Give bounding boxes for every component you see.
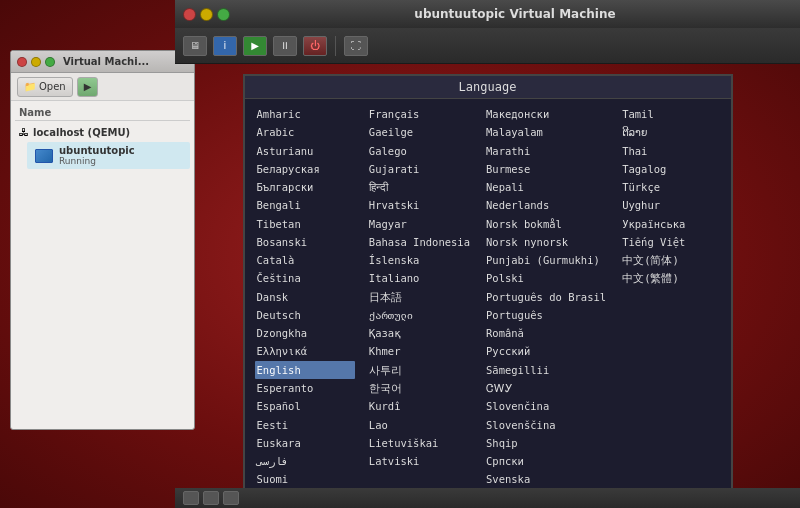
lang-satsuri[interactable]: 사투리 [367, 361, 472, 379]
lang-bahasa[interactable]: Bahasa Indonesia [367, 233, 472, 251]
vm-display[interactable]: Language Amharic Arabic Asturianu Белару… [243, 74, 733, 508]
network-icon[interactable] [223, 491, 239, 505]
lang-tagalog[interactable]: Tagalog [620, 160, 720, 178]
lang-tamil[interactable]: Tamil [620, 105, 720, 123]
lang-kazakh[interactable]: Қазақ [367, 324, 472, 342]
fullscreen-icon[interactable]: ⛶ [344, 36, 368, 56]
lang-euskara[interactable]: Euskara [255, 434, 355, 452]
lang-gaeilge[interactable]: Gaeilge [367, 123, 472, 141]
lang-dutch[interactable]: Nederlands [484, 196, 608, 214]
lang-bulgarian[interactable]: Български [255, 178, 355, 196]
lang-eesti[interactable]: Eesti [255, 416, 355, 434]
lang-marathi[interactable]: Marathi [484, 142, 608, 160]
lang-greek[interactable]: Ελληνικά [255, 342, 355, 360]
lang-samegillii[interactable]: Sãmegillii [484, 361, 608, 379]
lang-slovenian[interactable]: Slovenščina [484, 416, 608, 434]
lang-bokmal[interactable]: Norsk bokmål [484, 215, 608, 233]
disk-icon[interactable] [203, 491, 219, 505]
lang-punjabi[interactable]: Punjabi (Gurmukhi) [484, 251, 608, 269]
lang-asturianu[interactable]: Asturianu [255, 142, 355, 160]
lang-albanian[interactable]: Shqip [484, 434, 608, 452]
lang-belarusian[interactable]: Беларуская [255, 160, 355, 178]
lang-turkish[interactable]: Türkçe [620, 178, 720, 196]
pause-icon[interactable]: ⏸ [273, 36, 297, 56]
lang-italiano[interactable]: Italiano [367, 269, 472, 287]
lang-magyar[interactable]: Magyar [367, 215, 472, 233]
lang-slovak[interactable]: Slovenčina [484, 397, 608, 415]
lang-serbian[interactable]: Српски [484, 452, 608, 470]
lang-col-4: Tamil ຕີລາຍ Thai Tagalog Türkçe Uyghur У… [614, 103, 726, 491]
lang-bengali[interactable]: Bengali [255, 196, 355, 214]
lang-chinese-simplified[interactable]: 中文(简体) [620, 251, 720, 269]
lang-suomi[interactable]: Suomi [255, 470, 355, 488]
lang-tibetan[interactable]: Tibetan [255, 215, 355, 233]
lang-gujarati[interactable]: Gujarati [367, 160, 472, 178]
lang-georgian[interactable]: ქართული [367, 306, 472, 324]
lang-romanian[interactable]: Română [484, 324, 608, 342]
lang-burmese[interactable]: Burmese [484, 160, 608, 178]
display-icon[interactable]: 🖥 [183, 36, 207, 56]
lang-kurdi[interactable]: Kurdî [367, 397, 472, 415]
lang-arabic[interactable]: Arabic [255, 123, 355, 141]
lang-francais[interactable]: Français [367, 105, 472, 123]
window-controls[interactable] [183, 8, 230, 21]
lang-latvian[interactable]: Latviski [367, 452, 472, 470]
vm-play-button[interactable]: ▶ [77, 77, 99, 97]
lang-lao2[interactable]: ຕີລາຍ [620, 123, 720, 141]
lang-dzongkha[interactable]: Dzongkha [255, 324, 355, 342]
close-button[interactable] [183, 8, 196, 21]
maximize-button[interactable] [217, 8, 230, 21]
lang-portuguese[interactable]: Português [484, 306, 608, 324]
vm-min-btn[interactable] [31, 57, 41, 67]
lang-galego[interactable]: Galego [367, 142, 472, 160]
lang-khmer[interactable]: Khmer [367, 342, 472, 360]
vm-close-btn[interactable] [17, 57, 27, 67]
lang-macedonian[interactable]: Македонски [484, 105, 608, 123]
usb-icon[interactable] [183, 491, 199, 505]
vm-open-button[interactable]: 📁 Open [17, 77, 73, 97]
lang-hindi[interactable]: हिन्दी [367, 178, 472, 196]
lang-cherokee[interactable]: ᏣᎳᎩ [484, 379, 608, 397]
lang-ukrainian[interactable]: Українська [620, 215, 720, 233]
minimize-button[interactable] [200, 8, 213, 21]
lang-thai[interactable]: Thai [620, 142, 720, 160]
vm-entry[interactable]: ubuntuutopic Running [27, 142, 190, 169]
lang-vietnamese[interactable]: Tiếng Việt [620, 233, 720, 251]
power-icon[interactable]: ⏻ [303, 36, 327, 56]
lang-catala[interactable]: Català [255, 251, 355, 269]
lang-bosanski[interactable]: Bosanski [255, 233, 355, 251]
info-icon[interactable]: i [213, 36, 237, 56]
lang-malayalam[interactable]: Malayalam [484, 123, 608, 141]
lang-polish[interactable]: Polski [484, 269, 608, 287]
lang-espanol[interactable]: Español [255, 397, 355, 415]
lang-korean[interactable]: 한국어 [367, 379, 472, 397]
lang-hrvatski[interactable]: Hrvatski [367, 196, 472, 214]
lang-amharic[interactable]: Amharic [255, 105, 355, 123]
lang-swedish[interactable]: Svenska [484, 470, 608, 488]
lang-deutsch[interactable]: Deutsch [255, 306, 355, 324]
vm-max-btn[interactable] [45, 57, 55, 67]
lang-col-1: Amharic Arabic Asturianu Беларуская Бълг… [249, 103, 361, 491]
lang-japanese[interactable]: 日本語 [367, 288, 472, 306]
play-icon[interactable]: ▶ [243, 36, 267, 56]
lang-english[interactable]: English [255, 361, 355, 379]
vm-screen-area: Language Amharic Arabic Asturianu Белару… [175, 0, 800, 508]
lang-lao[interactable]: Lao [367, 416, 472, 434]
main-title-bar: ubuntuutopic Virtual Machine [175, 0, 800, 28]
lang-nynorsk[interactable]: Norsk nynorsk [484, 233, 608, 251]
lang-russian[interactable]: Русский [484, 342, 608, 360]
vm-manager-title: Virtual Machi... [63, 56, 149, 67]
vm-column-header: Name [15, 105, 190, 121]
lang-uyghur[interactable]: Uyghur [620, 196, 720, 214]
lang-pt-brasil[interactable]: Português do Brasil [484, 288, 608, 306]
lang-cestina[interactable]: Čeština [255, 269, 355, 287]
lang-lithuanian[interactable]: Lietuviškai [367, 434, 472, 452]
lang-islenska[interactable]: Íslenska [367, 251, 472, 269]
lang-farsi[interactable]: فارسی [255, 452, 355, 470]
vm-play-icon: ▶ [84, 81, 92, 92]
vm-manager-titlebar: Virtual Machi... [11, 51, 194, 73]
lang-esperanto[interactable]: Esperanto [255, 379, 355, 397]
lang-nepali[interactable]: Nepali [484, 178, 608, 196]
lang-dansk[interactable]: Dansk [255, 288, 355, 306]
lang-chinese-traditional[interactable]: 中文(繁體) [620, 269, 720, 287]
